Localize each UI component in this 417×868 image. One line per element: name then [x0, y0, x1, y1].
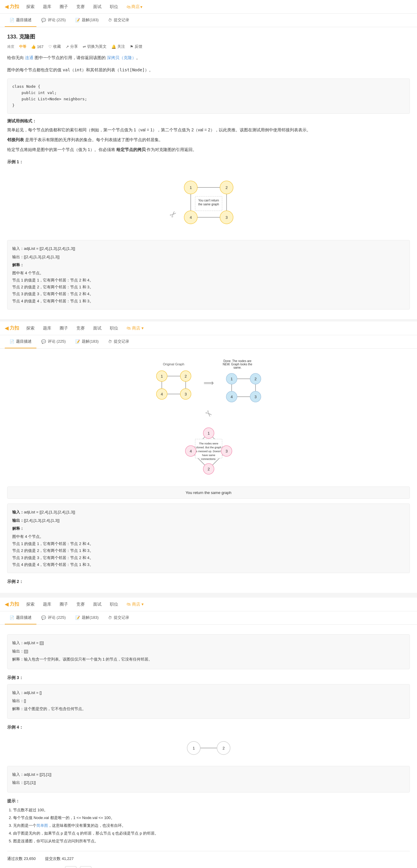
navbar-interview[interactable]: 面试	[92, 4, 103, 9]
you-return-box: You return the same graph	[7, 487, 410, 499]
navbar-interview-3[interactable]: 面试	[92, 602, 103, 607]
switch-lang-action[interactable]: ⇌ 切换为英文	[83, 44, 106, 49]
tab-comments[interactable]: 💬 评论 (225)	[36, 14, 70, 27]
svg-text:1: 1	[230, 377, 232, 381]
navbar-contest[interactable]: 竞赛	[75, 4, 86, 9]
pass-count-wrap: 通过次数 23,650	[7, 856, 35, 862]
ex1-input: 输入：adjList = [[2,4],[1,3],[2,4],[1,3]]	[12, 245, 405, 252]
adj-desc: 邻接列表 是用于表示有限图的无序列表的集合。每个列表描述了图中节点的邻居集。	[7, 136, 410, 144]
navbar-problems-2[interactable]: 题库	[42, 326, 53, 331]
navbar-shop[interactable]: 🛍 商店 ▾	[125, 4, 143, 9]
thumb-up-icon: 👍	[31, 44, 36, 49]
navbar-contest-3[interactable]: 竞赛	[75, 602, 86, 607]
ex4-input: 输入：adjList = [[2],[1]]	[12, 771, 405, 778]
navbar-circle-2[interactable]: 圈子	[59, 326, 69, 331]
ex3-explanation: 解释：这个图是空的，它不包含任何节点。	[12, 705, 405, 712]
node1-text: 1	[190, 185, 192, 190]
navbar-contest-2[interactable]: 竞赛	[75, 326, 86, 331]
example1-block-2: 输入：adjList = [[2,4],[1,3],[2,4],[1,3]] 输…	[7, 503, 410, 573]
submit-count-value: 41,227	[62, 856, 74, 861]
tab-description[interactable]: 📄 题目描述	[5, 14, 36, 27]
likes-action[interactable]: 👍 167	[31, 44, 43, 49]
ex4-output: 输出：[[2],[1]]	[12, 779, 405, 786]
two-node-graph-container: 1 2	[7, 736, 410, 760]
tab-submissions-icon-3: ⏱	[108, 616, 112, 620]
code-block: class Node { public int val; public List…	[7, 79, 410, 114]
navbar-shop-3[interactable]: 🛍 商店 ▾	[125, 602, 145, 607]
navbar-explore[interactable]: 探索	[25, 4, 36, 9]
navbar-interview-2[interactable]: 面试	[92, 326, 103, 331]
graph-top-row: Original Graph 1 2 4 3 ⟹ D	[150, 360, 267, 407]
ex1-explanation-full: 图中有 4 个节点。 节点 1 的值是 1，它有两个邻居：节点 2 和 4。 节…	[12, 533, 405, 568]
navbar-jobs[interactable]: 职位	[109, 4, 119, 9]
example1-title: 示例 1：	[7, 159, 410, 165]
share-action[interactable]: ↗ 分享	[66, 44, 78, 49]
navbar-problems-3[interactable]: 题库	[42, 602, 53, 607]
hint-3: 无向图是一个简单图，这意味着图中没有重复的边，也没有自环。	[13, 822, 410, 830]
tab-submissions-2[interactable]: ⏱ 提交记录	[103, 335, 134, 348]
tab-comments-3[interactable]: 💬 评论 (225)	[36, 611, 70, 624]
hint-2: 每个节点值 Node.val 都是唯一的，1 <= Node.val <= 10…	[13, 814, 410, 822]
tab-comments-label-2: 评论 (225)	[48, 339, 66, 344]
tab-solutions[interactable]: 📝 题解(183)	[70, 14, 103, 27]
navbar-2: ◀ 力扣 探索 题库 圈子 竞赛 面试 职位 🛍 商店 ▾	[0, 321, 417, 335]
test-section-title: 测试用例格式：	[7, 119, 410, 124]
main-content: 133. 克隆图 难度 中等 👍 167 ♡ 收藏 ↗ 分享 ⇌ 切换为英文 🔔…	[0, 27, 417, 319]
navbar-jobs-2[interactable]: 职位	[109, 326, 119, 331]
ex1-explanation: 图中有 4 个节点。 节点 1 的值是 1，它有两个邻居：节点 2 和 4。 节…	[12, 270, 405, 305]
wrong-clone-text-line3: is messed up. Doesn't	[195, 450, 222, 453]
ex2-input: 输入：adjList = [[]]	[12, 639, 405, 646]
interview-yes-button[interactable]: 是	[65, 866, 76, 868]
ex2-output: 输出：[[]]	[12, 648, 405, 655]
link-connected[interactable]: 连通	[25, 55, 33, 60]
you-return-text: You return the same graph	[186, 490, 231, 495]
tab-desc-label-3: 题目描述	[16, 615, 32, 620]
wrong-clone-svg: The nodes were cloned. But the graph is …	[179, 421, 238, 481]
tab-solutions-label: 题解(183)	[82, 17, 98, 23]
navbar-circle-3[interactable]: 圈子	[59, 602, 69, 607]
logo-3[interactable]: ◀ 力扣	[5, 601, 19, 608]
tab-submissions-label: 提交记录	[114, 17, 129, 23]
navbar-shop-2[interactable]: 🛍 商店 ▾	[125, 326, 145, 331]
svg-text:2: 2	[254, 377, 256, 381]
stats-row: 通过次数 23,650 提交次数 41,227	[7, 856, 410, 862]
ex1-output: 输出：[[2,4],[1,3],[2,4],[1,3]]	[12, 253, 405, 260]
tab-submissions-3[interactable]: ⏱ 提交记录	[103, 611, 134, 624]
follow-action[interactable]: 🔔 关注	[111, 44, 125, 49]
bell-icon: 🔔	[111, 44, 116, 49]
collect-action[interactable]: ♡ 收藏	[49, 44, 61, 49]
tab-comments-label: 评论 (225)	[48, 17, 66, 23]
content-3: 输入：adjList = [[]] 输出：[[]] 解释：输入包含一个空列表。该…	[0, 625, 417, 868]
logo-2[interactable]: ◀ 力扣	[5, 325, 19, 331]
tab-description-2[interactable]: 📄 题目描述	[5, 335, 36, 348]
example4-title: 示例 4：	[7, 725, 410, 730]
problem-title: 133. 克隆图	[7, 33, 410, 40]
difficulty-row: 难度 中等 👍 167 ♡ 收藏 ↗ 分享 ⇌ 切换为英文 🔔 关注 ⚑ 反馈	[7, 44, 410, 49]
tab-solutions-2[interactable]: 📝 题解(183)	[70, 335, 103, 348]
tab-solutions-3[interactable]: 📝 题解(183)	[70, 611, 103, 624]
navbar-explore-3[interactable]: 探索	[25, 602, 36, 607]
logo-icon-3: ◀	[5, 601, 8, 607]
navbar-circle[interactable]: 圈子	[59, 4, 69, 9]
node4-text: 4	[190, 215, 192, 220]
correct-clone-svg: 1 2 4 3	[220, 370, 267, 406]
wrong-clone-wrap: The nodes were cloned. But the graph is …	[179, 421, 238, 482]
test-desc: 简单起见，每个节点的值都和它的索引相同（例如，第一个节点值为 1（val = 1…	[7, 126, 410, 134]
link-deepcopy[interactable]: 深拷贝（克隆）	[107, 55, 136, 60]
tab-comments-2[interactable]: 💬 评论 (225)	[36, 335, 70, 348]
tab-solutions-label-2: 题解(183)	[82, 339, 98, 344]
feedback-action[interactable]: ⚑ 反馈	[130, 44, 142, 49]
interview-no-button[interactable]: 否	[80, 866, 91, 868]
navbar-jobs-3[interactable]: 职位	[109, 602, 119, 607]
tab-submissions-icon-2: ⏱	[108, 339, 112, 344]
link-simple-graph[interactable]: 简单图	[36, 823, 48, 828]
difficulty-badge: 中等	[19, 44, 26, 49]
pass-count-value: 23,650	[24, 856, 36, 861]
navbar-problems[interactable]: 题库	[42, 4, 53, 9]
tab-description-3[interactable]: 📄 题目描述	[5, 611, 36, 624]
logo[interactable]: ◀ 力扣	[5, 4, 19, 10]
navbar-explore-2[interactable]: 探索	[25, 326, 36, 331]
svg-text:4: 4	[161, 392, 163, 396]
tab-desc-icon-3: 📄	[9, 616, 14, 620]
tab-submissions[interactable]: ⏱ 提交记录	[103, 14, 134, 27]
